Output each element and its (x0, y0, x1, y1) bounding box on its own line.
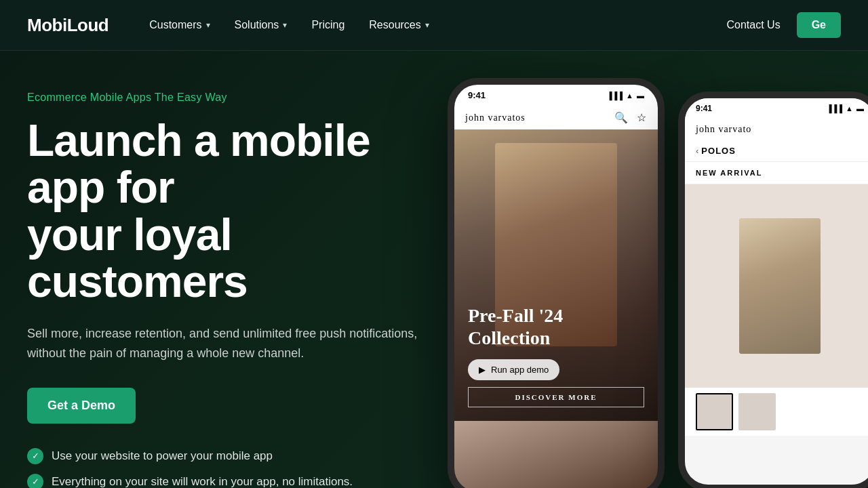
check-icon-1: ✓ (27, 448, 43, 464)
phone2-header: john varvato (685, 119, 868, 140)
nav-solutions-label: Solutions (235, 19, 279, 31)
hero-subtitle: Sell more, increase retention, and send … (27, 324, 448, 363)
bottom-image-bg (454, 421, 658, 488)
check-icon-2: ✓ (27, 474, 43, 488)
phone1-collection-text: Pre-Fall '24 Collection ▶ Run app demo D… (468, 304, 644, 407)
nav-right: Contact Us Ge (727, 12, 841, 38)
nav-pricing-label: Pricing (311, 19, 344, 31)
play-icon: ▶ (479, 365, 486, 375)
phones-container: 9:41 ▐▐▐ ▲ ▬ john varvatos 🔍 ☆ (448, 51, 868, 488)
phone1-bottom-image (454, 421, 658, 488)
get-demo-button[interactable]: Get a Demo (27, 388, 136, 424)
solutions-chevron-icon: ▾ (283, 20, 287, 30)
phone2-product-area (685, 184, 868, 388)
feature-label-2: Everything on your site will work in you… (52, 475, 353, 488)
phone1-status-bar: 9:41 ▐▐▐ ▲ ▬ (454, 85, 658, 106)
customers-chevron-icon: ▾ (206, 20, 210, 30)
nav-customers-label: Customers (149, 19, 201, 31)
nav-item-customers[interactable]: Customers ▾ (149, 19, 210, 31)
feature-label-1: Use your website to power your mobile ap… (52, 449, 273, 463)
phone2-breadcrumb: ‹ POLOS (685, 140, 868, 162)
nav-links: Customers ▾ Solutions ▾ Pricing Resource… (149, 19, 726, 31)
wifi-icon: ▲ (626, 92, 633, 100)
nav-item-solutions[interactable]: Solutions ▾ (235, 19, 288, 31)
thumbnail-1[interactable] (696, 393, 733, 430)
phone2-signal-icon: ▐▐▐ (827, 104, 842, 113)
phone-mockup-1: 9:41 ▐▐▐ ▲ ▬ john varvatos 🔍 ☆ (448, 78, 665, 488)
phone2-wifi-icon: ▲ (846, 104, 853, 113)
contact-us-link[interactable]: Contact Us (727, 19, 781, 31)
phone2-status-icons: ▐▐▐ ▲ ▬ (827, 104, 864, 113)
breadcrumb-text: ‹ (696, 146, 698, 156)
breadcrumb-category: POLOS (701, 146, 736, 156)
phone-mockup-2: 9:41 ▐▐▐ ▲ ▬ john varvato ‹ POLOS NEW AR… (678, 92, 868, 488)
phone1-status-icons: ▐▐▐ ▲ ▬ (607, 92, 644, 100)
phone2-thumbnails (685, 388, 868, 436)
nav-item-resources[interactable]: Resources ▾ (369, 19, 429, 31)
search-icon[interactable]: 🔍 (614, 111, 629, 124)
nav-item-pricing[interactable]: Pricing (311, 19, 344, 31)
hero-title: Launch a mobile app for your loyal custo… (27, 117, 448, 305)
feature-item-2: ✓ Everything on your site will work in y… (27, 474, 448, 488)
product-silhouette (739, 218, 821, 354)
hero-tagline: Ecommerce Mobile Apps The Easy Way (27, 92, 448, 104)
feature-item-1: ✓ Use your website to power your mobile … (27, 448, 448, 464)
hero-section: Ecommerce Mobile Apps The Easy Way Launc… (0, 51, 868, 488)
collection-title: Pre-Fall '24 Collection (468, 304, 644, 350)
battery-icon: ▬ (637, 92, 644, 100)
shirt-texture (739, 218, 821, 354)
phone1-header-icons: 🔍 ☆ (614, 111, 647, 124)
phone2-status-bar: 9:41 ▐▐▐ ▲ ▬ (685, 98, 868, 119)
phone1-header: john varvatos 🔍 ☆ (454, 106, 658, 129)
phone1-hero-image: Pre-Fall '24 Collection ▶ Run app demo D… (454, 129, 658, 421)
feature-list: ✓ Use your website to power your mobile … (27, 448, 448, 488)
phone2-battery-icon: ▬ (856, 104, 864, 113)
run-demo-button[interactable]: ▶ Run app demo (468, 359, 559, 380)
resources-chevron-icon: ▾ (425, 20, 429, 30)
phone2-time: 9:41 (696, 104, 712, 113)
discover-more-button[interactable]: DISCOVER MORE (468, 387, 644, 407)
bookmark-icon[interactable]: ☆ (637, 111, 647, 124)
get-button[interactable]: Ge (797, 12, 841, 38)
navbar: MobiLoud Customers ▾ Solutions ▾ Pricing… (0, 0, 868, 51)
thumbnail-2[interactable] (738, 393, 776, 430)
phone2-brand: john varvato (696, 124, 751, 135)
brand-logo[interactable]: MobiLoud (27, 15, 108, 36)
phone2-new-arrival-label: NEW ARRIVAL (685, 162, 868, 184)
nav-resources-label: Resources (369, 19, 420, 31)
hero-content: Ecommerce Mobile Apps The Easy Way Launc… (0, 51, 475, 488)
signal-icon: ▐▐▐ (607, 92, 623, 100)
